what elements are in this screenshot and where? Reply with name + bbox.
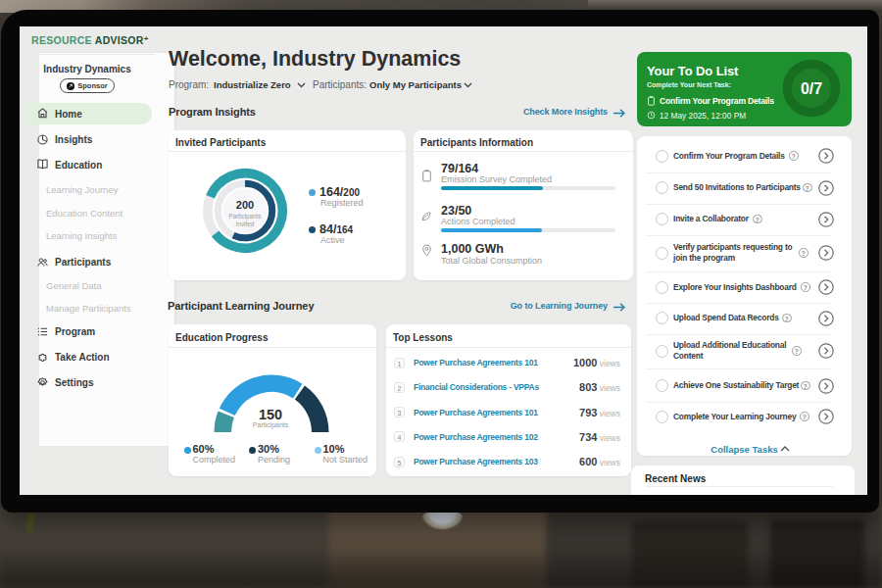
svg-text:Invited: Invited (235, 220, 254, 227)
svg-text:200: 200 (235, 199, 253, 211)
svg-text:0/7: 0/7 (801, 80, 822, 97)
svg-text:Participants: Participants (228, 213, 261, 220)
